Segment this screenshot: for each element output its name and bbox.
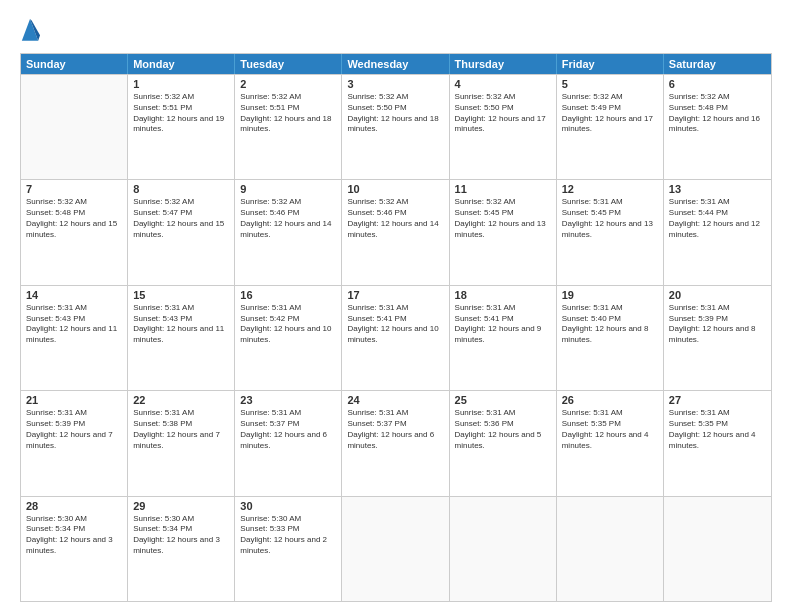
cell-sun-info: Sunrise: 5:31 AM Sunset: 5:43 PM Dayligh… bbox=[26, 303, 122, 346]
page: SundayMondayTuesdayWednesdayThursdayFrid… bbox=[0, 0, 792, 612]
cell-sun-info: Sunrise: 5:31 AM Sunset: 5:40 PM Dayligh… bbox=[562, 303, 658, 346]
calendar-cell: 2Sunrise: 5:32 AM Sunset: 5:51 PM Daylig… bbox=[235, 75, 342, 179]
cell-sun-info: Sunrise: 5:31 AM Sunset: 5:45 PM Dayligh… bbox=[562, 197, 658, 240]
cell-sun-info: Sunrise: 5:32 AM Sunset: 5:47 PM Dayligh… bbox=[133, 197, 229, 240]
calendar-cell: 14Sunrise: 5:31 AM Sunset: 5:43 PM Dayli… bbox=[21, 286, 128, 390]
cell-day-number: 14 bbox=[26, 289, 122, 301]
cell-sun-info: Sunrise: 5:30 AM Sunset: 5:33 PM Dayligh… bbox=[240, 514, 336, 557]
cell-day-number: 12 bbox=[562, 183, 658, 195]
cell-sun-info: Sunrise: 5:32 AM Sunset: 5:50 PM Dayligh… bbox=[455, 92, 551, 135]
calendar-cell: 12Sunrise: 5:31 AM Sunset: 5:45 PM Dayli… bbox=[557, 180, 664, 284]
cell-day-number: 26 bbox=[562, 394, 658, 406]
cell-sun-info: Sunrise: 5:32 AM Sunset: 5:50 PM Dayligh… bbox=[347, 92, 443, 135]
cell-day-number: 16 bbox=[240, 289, 336, 301]
cell-sun-info: Sunrise: 5:32 AM Sunset: 5:49 PM Dayligh… bbox=[562, 92, 658, 135]
calendar-cell: 5Sunrise: 5:32 AM Sunset: 5:49 PM Daylig… bbox=[557, 75, 664, 179]
calendar-week-row: 14Sunrise: 5:31 AM Sunset: 5:43 PM Dayli… bbox=[21, 285, 771, 390]
cell-sun-info: Sunrise: 5:30 AM Sunset: 5:34 PM Dayligh… bbox=[26, 514, 122, 557]
cell-day-number: 15 bbox=[133, 289, 229, 301]
cell-sun-info: Sunrise: 5:32 AM Sunset: 5:51 PM Dayligh… bbox=[133, 92, 229, 135]
calendar-cell: 11Sunrise: 5:32 AM Sunset: 5:45 PM Dayli… bbox=[450, 180, 557, 284]
cell-day-number: 10 bbox=[347, 183, 443, 195]
calendar-cell bbox=[21, 75, 128, 179]
calendar-cell bbox=[557, 497, 664, 601]
calendar-cell bbox=[450, 497, 557, 601]
calendar-cell: 4Sunrise: 5:32 AM Sunset: 5:50 PM Daylig… bbox=[450, 75, 557, 179]
cell-day-number: 19 bbox=[562, 289, 658, 301]
cell-day-number: 30 bbox=[240, 500, 336, 512]
cell-sun-info: Sunrise: 5:31 AM Sunset: 5:42 PM Dayligh… bbox=[240, 303, 336, 346]
calendar-cell: 23Sunrise: 5:31 AM Sunset: 5:37 PM Dayli… bbox=[235, 391, 342, 495]
cell-sun-info: Sunrise: 5:30 AM Sunset: 5:34 PM Dayligh… bbox=[133, 514, 229, 557]
cell-day-number: 22 bbox=[133, 394, 229, 406]
cell-sun-info: Sunrise: 5:31 AM Sunset: 5:39 PM Dayligh… bbox=[26, 408, 122, 451]
cell-day-number: 20 bbox=[669, 289, 766, 301]
cell-sun-info: Sunrise: 5:32 AM Sunset: 5:48 PM Dayligh… bbox=[669, 92, 766, 135]
cell-day-number: 8 bbox=[133, 183, 229, 195]
calendar-header-day: Monday bbox=[128, 54, 235, 74]
calendar-header-day: Sunday bbox=[21, 54, 128, 74]
logo bbox=[20, 15, 42, 43]
calendar-cell: 22Sunrise: 5:31 AM Sunset: 5:38 PM Dayli… bbox=[128, 391, 235, 495]
cell-sun-info: Sunrise: 5:31 AM Sunset: 5:35 PM Dayligh… bbox=[669, 408, 766, 451]
cell-sun-info: Sunrise: 5:31 AM Sunset: 5:44 PM Dayligh… bbox=[669, 197, 766, 240]
calendar-cell: 29Sunrise: 5:30 AM Sunset: 5:34 PM Dayli… bbox=[128, 497, 235, 601]
cell-day-number: 18 bbox=[455, 289, 551, 301]
calendar-cell: 8Sunrise: 5:32 AM Sunset: 5:47 PM Daylig… bbox=[128, 180, 235, 284]
calendar-header-row: SundayMondayTuesdayWednesdayThursdayFrid… bbox=[21, 54, 771, 74]
cell-sun-info: Sunrise: 5:32 AM Sunset: 5:48 PM Dayligh… bbox=[26, 197, 122, 240]
cell-day-number: 5 bbox=[562, 78, 658, 90]
cell-day-number: 4 bbox=[455, 78, 551, 90]
calendar: SundayMondayTuesdayWednesdayThursdayFrid… bbox=[20, 53, 772, 602]
cell-sun-info: Sunrise: 5:31 AM Sunset: 5:37 PM Dayligh… bbox=[347, 408, 443, 451]
cell-day-number: 23 bbox=[240, 394, 336, 406]
cell-sun-info: Sunrise: 5:32 AM Sunset: 5:51 PM Dayligh… bbox=[240, 92, 336, 135]
cell-sun-info: Sunrise: 5:31 AM Sunset: 5:41 PM Dayligh… bbox=[455, 303, 551, 346]
calendar-header-day: Wednesday bbox=[342, 54, 449, 74]
calendar-header-day: Saturday bbox=[664, 54, 771, 74]
calendar-header-day: Thursday bbox=[450, 54, 557, 74]
cell-day-number: 1 bbox=[133, 78, 229, 90]
calendar-cell: 30Sunrise: 5:30 AM Sunset: 5:33 PM Dayli… bbox=[235, 497, 342, 601]
calendar-cell bbox=[342, 497, 449, 601]
cell-day-number: 21 bbox=[26, 394, 122, 406]
logo-icon bbox=[20, 15, 40, 43]
calendar-cell bbox=[664, 497, 771, 601]
cell-sun-info: Sunrise: 5:32 AM Sunset: 5:45 PM Dayligh… bbox=[455, 197, 551, 240]
cell-day-number: 7 bbox=[26, 183, 122, 195]
calendar-cell: 20Sunrise: 5:31 AM Sunset: 5:39 PM Dayli… bbox=[664, 286, 771, 390]
calendar-cell: 9Sunrise: 5:32 AM Sunset: 5:46 PM Daylig… bbox=[235, 180, 342, 284]
calendar-week-row: 21Sunrise: 5:31 AM Sunset: 5:39 PM Dayli… bbox=[21, 390, 771, 495]
calendar-cell: 3Sunrise: 5:32 AM Sunset: 5:50 PM Daylig… bbox=[342, 75, 449, 179]
calendar-cell: 25Sunrise: 5:31 AM Sunset: 5:36 PM Dayli… bbox=[450, 391, 557, 495]
calendar-cell: 21Sunrise: 5:31 AM Sunset: 5:39 PM Dayli… bbox=[21, 391, 128, 495]
calendar-cell: 7Sunrise: 5:32 AM Sunset: 5:48 PM Daylig… bbox=[21, 180, 128, 284]
calendar-cell: 18Sunrise: 5:31 AM Sunset: 5:41 PM Dayli… bbox=[450, 286, 557, 390]
calendar-cell: 17Sunrise: 5:31 AM Sunset: 5:41 PM Dayli… bbox=[342, 286, 449, 390]
cell-day-number: 29 bbox=[133, 500, 229, 512]
cell-day-number: 3 bbox=[347, 78, 443, 90]
calendar-cell: 15Sunrise: 5:31 AM Sunset: 5:43 PM Dayli… bbox=[128, 286, 235, 390]
calendar-cell: 24Sunrise: 5:31 AM Sunset: 5:37 PM Dayli… bbox=[342, 391, 449, 495]
calendar-week-row: 1Sunrise: 5:32 AM Sunset: 5:51 PM Daylig… bbox=[21, 74, 771, 179]
cell-day-number: 24 bbox=[347, 394, 443, 406]
cell-sun-info: Sunrise: 5:31 AM Sunset: 5:37 PM Dayligh… bbox=[240, 408, 336, 451]
cell-day-number: 6 bbox=[669, 78, 766, 90]
calendar-cell: 16Sunrise: 5:31 AM Sunset: 5:42 PM Dayli… bbox=[235, 286, 342, 390]
cell-day-number: 17 bbox=[347, 289, 443, 301]
cell-sun-info: Sunrise: 5:32 AM Sunset: 5:46 PM Dayligh… bbox=[347, 197, 443, 240]
header bbox=[20, 15, 772, 43]
cell-day-number: 25 bbox=[455, 394, 551, 406]
calendar-cell: 27Sunrise: 5:31 AM Sunset: 5:35 PM Dayli… bbox=[664, 391, 771, 495]
cell-day-number: 28 bbox=[26, 500, 122, 512]
cell-sun-info: Sunrise: 5:31 AM Sunset: 5:36 PM Dayligh… bbox=[455, 408, 551, 451]
calendar-cell: 26Sunrise: 5:31 AM Sunset: 5:35 PM Dayli… bbox=[557, 391, 664, 495]
calendar-week-row: 7Sunrise: 5:32 AM Sunset: 5:48 PM Daylig… bbox=[21, 179, 771, 284]
cell-day-number: 27 bbox=[669, 394, 766, 406]
calendar-cell: 19Sunrise: 5:31 AM Sunset: 5:40 PM Dayli… bbox=[557, 286, 664, 390]
cell-day-number: 9 bbox=[240, 183, 336, 195]
cell-day-number: 2 bbox=[240, 78, 336, 90]
cell-day-number: 13 bbox=[669, 183, 766, 195]
calendar-header-day: Friday bbox=[557, 54, 664, 74]
cell-sun-info: Sunrise: 5:31 AM Sunset: 5:43 PM Dayligh… bbox=[133, 303, 229, 346]
